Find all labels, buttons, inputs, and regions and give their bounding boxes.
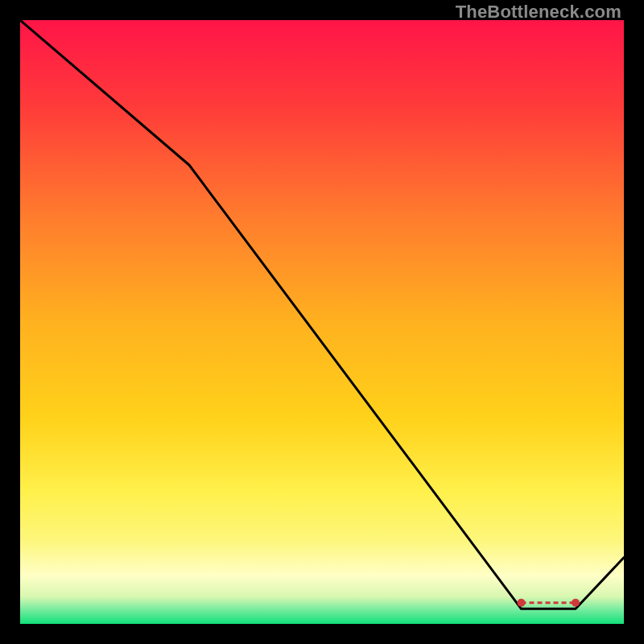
- chart-background: [20, 20, 624, 624]
- chart-plot: [20, 20, 624, 624]
- watermark-text: TheBottleneck.com: [456, 2, 621, 23]
- marker-dot-start: [518, 599, 526, 607]
- marker-dot-end: [572, 599, 580, 607]
- chart-frame: [20, 20, 624, 624]
